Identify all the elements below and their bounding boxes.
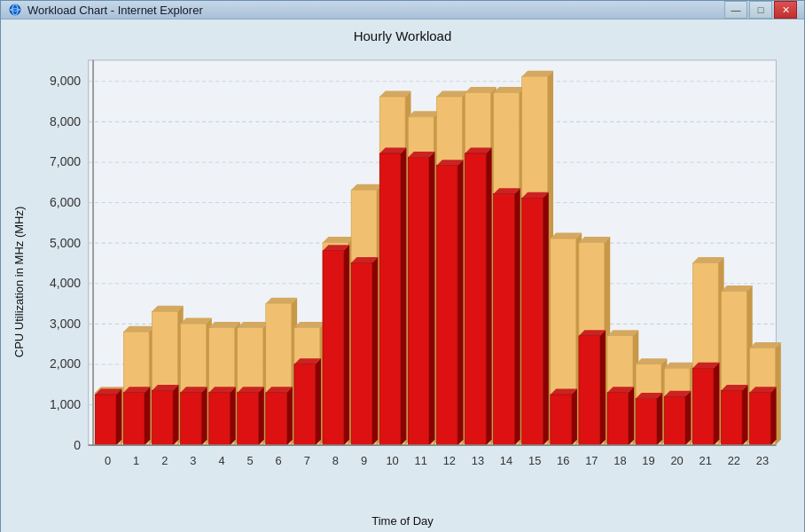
svg-marker-76	[316, 358, 321, 445]
svg-marker-188	[770, 387, 776, 445]
svg-rect-154	[607, 393, 629, 445]
title-bar-left: Workload Chart - Internet Explorer	[8, 3, 203, 17]
svg-marker-69	[286, 387, 292, 445]
svg-rect-42	[152, 390, 173, 445]
svg-rect-49	[180, 393, 201, 445]
svg-text:9: 9	[361, 454, 367, 467]
svg-marker-160	[657, 393, 662, 445]
svg-rect-168	[664, 396, 685, 445]
svg-marker-48	[201, 387, 207, 445]
svg-marker-174	[714, 363, 719, 445]
svg-text:5: 5	[247, 454, 254, 467]
svg-text:0: 0	[105, 454, 111, 467]
svg-text:22: 22	[728, 454, 740, 467]
svg-text:20: 20	[670, 454, 683, 467]
svg-text:6,000: 6,000	[50, 195, 81, 209]
chart-svg: 0 1,000 2,000 3,000 4,000	[31, 51, 795, 512]
svg-text:8: 8	[332, 454, 339, 467]
title-buttons: — □ ✕	[724, 1, 797, 19]
svg-text:6: 6	[276, 454, 282, 467]
svg-rect-70	[266, 393, 287, 445]
svg-rect-140	[551, 395, 572, 445]
chart-container: Hourly Workload CPU Utilization in MHz (…	[1, 20, 804, 532]
svg-text:19: 19	[642, 454, 654, 467]
svg-marker-90	[372, 257, 378, 445]
svg-rect-161	[636, 399, 657, 446]
x-axis-label: Time of Day	[10, 514, 795, 528]
svg-marker-104	[429, 152, 434, 445]
ie-icon	[8, 3, 22, 17]
svg-rect-175	[692, 368, 714, 445]
window-title: Workload Chart - Internet Explorer	[27, 4, 203, 17]
svg-marker-167	[685, 391, 691, 445]
svg-text:9,000: 9,000	[50, 74, 81, 88]
svg-text:3: 3	[190, 454, 196, 467]
svg-text:0: 0	[74, 437, 81, 451]
svg-rect-56	[209, 393, 231, 445]
svg-text:3,000: 3,000	[50, 317, 81, 331]
svg-marker-146	[600, 330, 606, 445]
svg-rect-35	[123, 393, 145, 445]
svg-rect-189	[750, 393, 771, 445]
svg-point-0	[10, 4, 20, 15]
svg-text:14: 14	[500, 454, 512, 467]
browser-window: Workload Chart - Internet Explorer — □ ✕…	[0, 0, 805, 532]
svg-text:1: 1	[133, 454, 139, 467]
svg-text:2: 2	[161, 454, 168, 467]
svg-rect-84	[323, 251, 344, 445]
svg-text:8,000: 8,000	[50, 114, 81, 129]
svg-text:17: 17	[585, 454, 598, 467]
svg-rect-112	[436, 166, 457, 445]
svg-rect-126	[494, 194, 515, 445]
svg-marker-34	[145, 387, 150, 445]
minimize-button[interactable]: —	[724, 1, 747, 19]
svg-rect-98	[379, 153, 401, 445]
svg-marker-153	[629, 387, 634, 445]
svg-text:7: 7	[304, 454, 310, 467]
svg-text:18: 18	[614, 454, 626, 467]
svg-rect-28	[95, 395, 116, 445]
close-button[interactable]: ✕	[774, 1, 797, 19]
svg-marker-118	[486, 147, 491, 445]
y-axis-label: CPU Utilization in MHz (MHz)	[10, 51, 27, 512]
svg-marker-41	[173, 385, 178, 445]
svg-text:10: 10	[386, 454, 398, 467]
svg-text:21: 21	[699, 454, 712, 467]
svg-text:13: 13	[472, 454, 484, 467]
svg-rect-105	[408, 158, 429, 446]
svg-marker-111	[457, 160, 463, 445]
svg-marker-139	[571, 389, 576, 446]
svg-marker-27	[116, 389, 121, 446]
svg-text:5,000: 5,000	[50, 235, 81, 249]
svg-text:1,000: 1,000	[50, 397, 81, 411]
svg-text:7,000: 7,000	[50, 154, 81, 168]
svg-marker-83	[344, 245, 349, 445]
svg-text:12: 12	[443, 454, 456, 467]
svg-rect-91	[351, 262, 372, 445]
svg-marker-181	[742, 385, 747, 445]
svg-rect-63	[238, 393, 259, 445]
svg-rect-77	[294, 364, 316, 445]
chart-title: Hourly Workload	[354, 28, 452, 43]
svg-marker-132	[543, 192, 548, 445]
svg-rect-133	[522, 198, 543, 445]
svg-marker-97	[401, 147, 406, 445]
maximize-button[interactable]: □	[749, 1, 772, 19]
svg-marker-62	[258, 387, 263, 445]
svg-text:23: 23	[756, 454, 769, 467]
svg-text:4,000: 4,000	[50, 276, 81, 290]
svg-marker-125	[514, 188, 520, 445]
svg-text:2,000: 2,000	[50, 356, 81, 371]
svg-rect-119	[465, 153, 486, 445]
svg-text:16: 16	[557, 454, 569, 467]
title-bar: Workload Chart - Internet Explorer — □ ✕	[1, 1, 804, 20]
svg-text:15: 15	[528, 454, 541, 467]
svg-rect-182	[721, 390, 742, 445]
svg-text:11: 11	[415, 454, 427, 467]
svg-rect-147	[579, 336, 600, 445]
svg-text:4: 4	[218, 454, 224, 467]
svg-marker-55	[230, 387, 235, 445]
